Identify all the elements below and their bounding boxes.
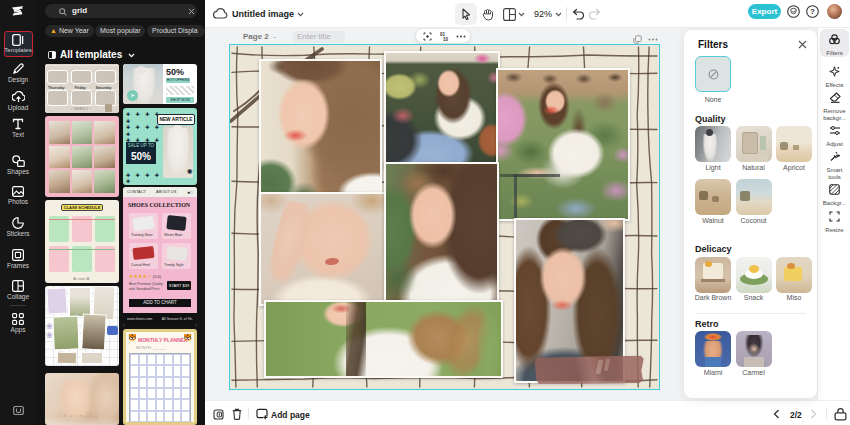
svg-text:?: ? <box>810 7 815 16</box>
svg-text:10: 10 <box>443 37 449 41</box>
